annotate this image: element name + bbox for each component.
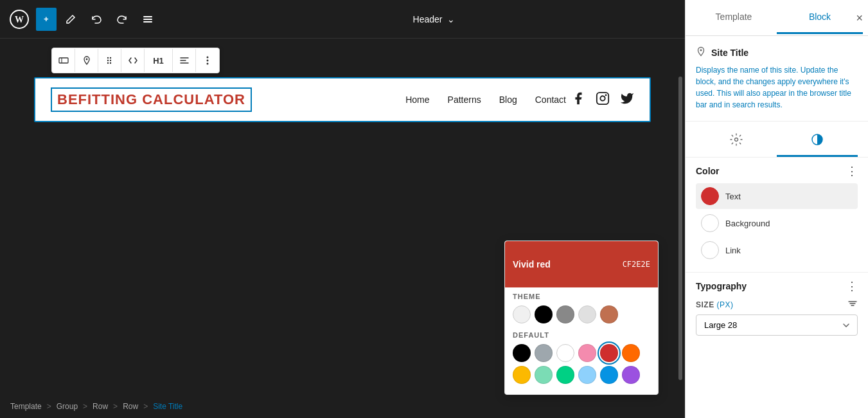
theme-swatch-gray[interactable] [578,305,596,323]
redo-button[interactable] [111,8,134,31]
nav-link-patterns[interactable]: Patterns [448,95,481,105]
size-label: SIZE (PX) [696,300,734,309]
styles-tab[interactable] [777,127,858,157]
chevron-down-icon: ⌄ [447,14,455,24]
filter-icon[interactable] [847,298,858,311]
wp-logo[interactable]: W [8,8,31,31]
svg-point-13 [85,59,87,60]
size-select[interactable]: Small 14 Medium 20 Large 28 X-Large 36 C… [696,314,858,336]
document-title[interactable]: Header ⌄ [413,14,456,24]
undo-button[interactable] [85,8,108,31]
breadcrumb-group[interactable]: Group [57,402,78,411]
instagram-icon[interactable] [596,91,610,109]
add-block-button[interactable]: + [36,8,57,31]
scroll-bar[interactable] [678,77,682,380]
swatch-light-blue[interactable] [578,366,596,384]
site-title-header: Site Title [696,46,858,59]
svg-point-18 [109,60,111,61]
nav-link-blog[interactable]: Blog [499,95,517,105]
theme-swatches [505,303,658,326]
site-title-section: Site Title Displays the name of this sit… [686,36,868,122]
navigation-block: Home Patterns Blog Contact [405,95,566,105]
list-view-button[interactable] [136,8,159,31]
edit-button[interactable] [59,8,82,31]
site-title-block[interactable]: BEFITTING CALCULATOR [51,87,252,112]
background-color-option[interactable]: Background [696,210,858,236]
typography-section: Typography ⋮ SIZE (PX) Small 14 [686,273,868,343]
swatch-green[interactable] [556,366,574,384]
color-picker-popup: Vivid red CF2E2E THEME DEFAULT [504,241,659,395]
facebook-icon[interactable] [571,91,585,109]
breadcrumb-template[interactable]: Template [10,402,42,411]
svg-point-17 [109,57,111,59]
swatch-orange[interactable] [622,344,640,362]
more-block-options[interactable] [196,49,219,72]
theme-label: THEME [505,287,658,303]
settings-tab[interactable] [696,127,777,157]
breadcrumb-row-2[interactable]: Row [123,402,138,411]
site-header-block[interactable]: BEFITTING CALCULATOR Home Patterns Blog … [34,77,651,122]
swatch-yellow[interactable] [513,366,531,384]
background-color-circle [701,214,719,232]
location-pin-icon [696,46,706,59]
swatch-vivid-red[interactable] [600,344,618,362]
theme-swatch-brown[interactable] [600,305,618,323]
link-color-circle [701,241,719,259]
code-editor-button[interactable] [121,49,145,72]
color-name-text: Vivid red [513,259,551,269]
typography-section-header: Typography ⋮ [696,280,858,292]
svg-rect-26 [597,92,608,104]
breadcrumb-site-title[interactable]: Site Title [153,402,182,411]
swatch-white[interactable] [556,344,574,362]
color-preview: Vivid red CF2E2E [505,241,658,287]
heading-button[interactable]: H1 [145,49,173,72]
color-section: Color ⋮ Text Background Link [686,158,868,273]
panel-content: Site Title Displays the name of this sit… [686,36,868,418]
site-title-label: Site Title [711,48,748,58]
swatch-blue[interactable] [600,366,618,384]
svg-text:W: W [15,15,24,24]
color-hex-text: CF2E2E [623,260,650,269]
size-row: SIZE (PX) [696,298,858,311]
nav-link-home[interactable]: Home [405,95,429,105]
align-button[interactable] [173,49,196,72]
color-section-title: Color [696,166,720,176]
swatch-black[interactable] [513,344,531,362]
svg-point-19 [109,62,111,64]
drag-handle[interactable] [98,49,121,72]
theme-swatch-dark-gray[interactable] [556,305,574,323]
panel-close-button[interactable]: × [856,12,863,24]
swatch-light-green[interactable] [535,366,553,384]
location-button[interactable] [75,49,98,72]
text-color-option[interactable]: Text [696,183,858,209]
svg-rect-11 [59,58,68,63]
svg-point-16 [107,62,108,64]
tab-block[interactable]: Block [777,1,863,34]
theme-swatch-black[interactable] [535,305,553,323]
nav-link-contact[interactable]: Contact [535,95,566,105]
breadcrumb-row-1[interactable]: Row [93,402,108,411]
swatch-slate[interactable] [535,344,553,362]
style-tab-bar [686,122,868,158]
swatch-pink[interactable] [578,344,596,362]
theme-swatch-light-gray[interactable] [513,305,531,323]
link-color-label: Link [725,246,741,255]
typography-more-button[interactable]: ⋮ [846,280,858,292]
swatch-purple[interactable] [622,366,640,384]
typography-section-title: Typography [696,281,747,291]
twitter-icon[interactable] [620,91,634,109]
svg-point-14 [107,57,108,59]
tab-template[interactable]: Template [691,1,777,34]
default-swatches [505,341,658,386]
text-color-circle [701,187,719,205]
block-type-button[interactable] [52,49,75,72]
block-toolbar: H1 [51,48,220,73]
link-color-option[interactable]: Link [696,237,858,263]
svg-rect-3 [143,19,152,20]
color-section-header: Color ⋮ [696,165,858,177]
background-color-label: Background [725,219,770,228]
svg-point-23 [207,57,209,59]
color-more-button[interactable]: ⋮ [846,165,858,177]
svg-rect-4 [143,21,152,23]
breadcrumb-sep-2: > [83,402,87,411]
